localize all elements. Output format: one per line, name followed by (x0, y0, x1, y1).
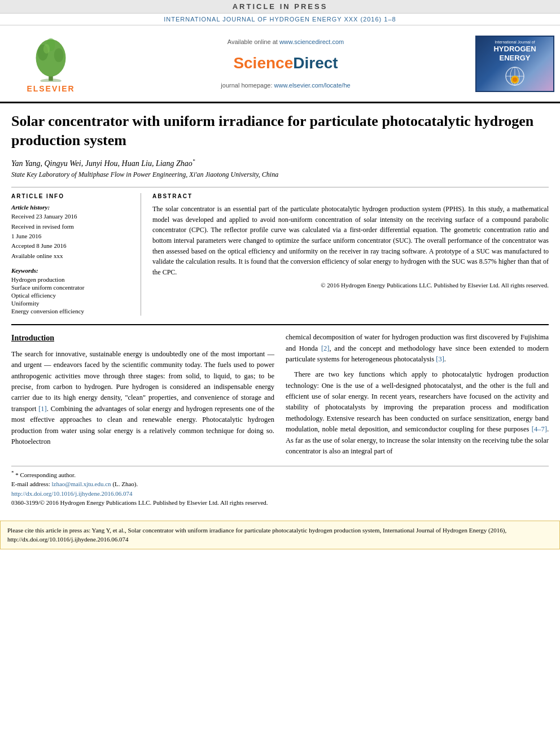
email-link[interactable]: lzhao@mail.xjtu.edu.cn (51, 480, 111, 487)
received-revised-date: 1 June 2016 (11, 232, 132, 241)
email-line: E-mail address: lzhao@mail.xjtu.edu.cn (… (11, 479, 549, 489)
direct-text: Direct (293, 54, 338, 72)
keyword-3: Optical efficiency (11, 292, 132, 299)
svg-point-4 (54, 49, 64, 63)
email-label: E-mail address: (11, 480, 50, 487)
hydrogen-title: HYDROGENENERGY (493, 45, 536, 62)
ref-2[interactable]: [2] (321, 344, 330, 352)
elsevier-logo: ELSEVIER (27, 34, 75, 93)
hydrogen-energy-logo: International Journal of HYDROGENENERGY (475, 36, 554, 92)
abstract-text: The solar concentrator is an essential p… (152, 204, 549, 277)
intro-para-3: There are two key functions which apply … (286, 369, 549, 457)
ref-1[interactable]: [1] (38, 405, 47, 413)
keyword-5: Energy conversion efficiency (11, 308, 132, 314)
doi-link[interactable]: http://dx.doi.org/10.1016/j.ijhydene.201… (11, 490, 133, 497)
article-info-heading: ARTICLE INFO (11, 193, 132, 199)
copyright-bottom: 0360-3199/© 2016 Hydrogen Energy Publica… (11, 498, 549, 508)
header-area: ELSEVIER Available online at www.science… (0, 25, 560, 103)
sciencedirect-link[interactable]: www.sciencedirect.com (279, 38, 344, 45)
article-title: Solar concentrator with uniform irradian… (11, 112, 549, 150)
corresponding-mark: * (193, 158, 195, 164)
main-content: Solar concentrator with uniform irradian… (0, 103, 560, 516)
body-col-1: Introduction The search for innovative, … (11, 332, 274, 461)
header-center: Available online at www.sciencedirect.co… (102, 31, 470, 96)
introduction-heading: Introduction (11, 332, 274, 344)
affiliation-text: State Key Laboratory of Multiphase Flow … (11, 171, 549, 179)
keyword-2: Surface uniform concentrator (11, 284, 132, 291)
body-col-2: chemical decomposition of water for hydr… (286, 332, 549, 461)
svg-point-12 (513, 77, 517, 82)
info-abstract-section: ARTICLE INFO Article history: Received 2… (11, 187, 549, 316)
sciencedirect-logo: ScienceDirect (233, 54, 338, 72)
history-heading: Article history: (11, 204, 132, 211)
elsevier-tree-icon (28, 34, 73, 82)
intro-para-2: chemical decomposition of water for hydr… (286, 332, 549, 365)
svg-point-6 (43, 44, 50, 54)
homepage-label: journal homepage: (221, 82, 272, 89)
received-date: Received 23 January 2016 (11, 212, 132, 221)
accepted-date: Accepted 8 June 2016 (11, 242, 132, 250)
article-info-col: ARTICLE INFO Article history: Received 2… (11, 193, 141, 316)
two-col-body: Introduction The search for innovative, … (11, 332, 549, 461)
intl-journal-text: International Journal of (495, 40, 535, 45)
abstract-heading: ABSTRACT (152, 193, 549, 199)
abstract-col: ABSTRACT The solar concentrator is an es… (152, 193, 549, 316)
science-text: Science (233, 54, 293, 72)
elsevier-logo-area: ELSEVIER (0, 31, 102, 96)
email-person: (L. Zhao). (112, 480, 138, 487)
elsevier-text: ELSEVIER (27, 84, 75, 93)
keyword-1: Hydrogen production (11, 276, 132, 283)
keyword-4: Uniformity (11, 300, 132, 307)
journal-homepage-text: journal homepage: www.elsevier.com/locat… (221, 82, 350, 89)
available-online-text: Available online at www.sciencedirect.co… (228, 38, 344, 45)
elsevier-journal-link[interactable]: www.elsevier.com/locate/he (274, 82, 351, 89)
available-online-info: Available online xxx (11, 252, 132, 260)
ref-3[interactable]: [3] (436, 355, 444, 363)
authors-text: Yan Yang, Qingyu Wei, Junyi Hou, Huan Li… (11, 159, 193, 167)
corresponding-label: * Corresponding author. (15, 471, 76, 478)
svg-point-1 (40, 78, 62, 82)
doi-line: http://dx.doi.org/10.1016/j.ijhydene.201… (11, 489, 549, 499)
received-revised-label: Received in revised form (11, 222, 132, 231)
keywords-heading: Keywords: (11, 267, 132, 274)
abstract-copyright: © 2016 Hydrogen Energy Publications LLC.… (152, 282, 549, 289)
ref-4-7[interactable]: [4–7] (532, 425, 547, 433)
corr-mark: * (11, 470, 14, 475)
article-in-press-banner: ARTICLE IN PRESS (0, 0, 560, 14)
hydrogen-energy-logo-area: International Journal of HYDROGENENERGY (470, 31, 560, 96)
authors-line: Yan Yang, Qingyu Wei, Junyi Hou, Huan Li… (11, 158, 549, 168)
intro-para-1: The search for innovative, sustainable e… (11, 349, 274, 447)
globe-icon (504, 65, 526, 88)
corresponding-note: * * Corresponding author. (11, 469, 549, 479)
body-section: Introduction The search for innovative, … (11, 324, 549, 461)
journal-title-bar: INTERNATIONAL JOURNAL OF HYDROGEN ENERGY… (0, 14, 560, 25)
keywords-section: Keywords: Hydrogen production Surface un… (11, 267, 132, 314)
footnote-section: * * Corresponding author. E-mail address… (11, 466, 549, 508)
cite-note: Please cite this article in press as: Ya… (0, 521, 560, 549)
